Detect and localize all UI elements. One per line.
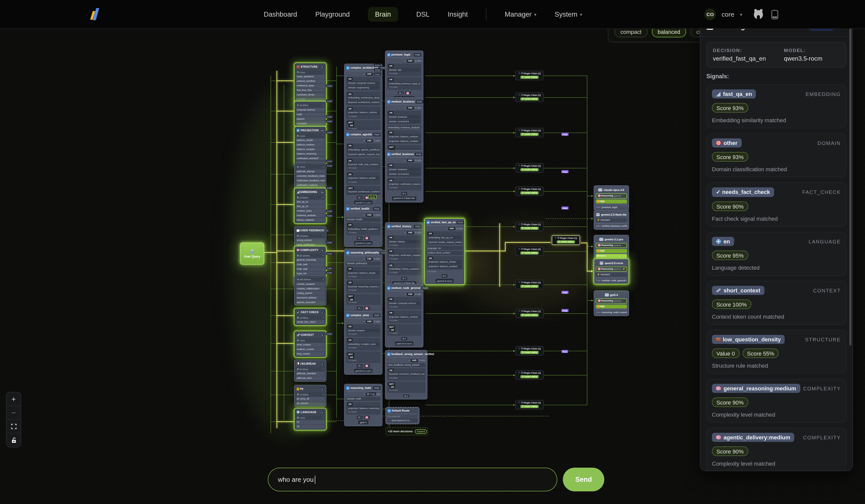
rules-more: +5 more (347, 166, 379, 170)
nav-item-dashboard[interactable]: Dashboard (264, 11, 297, 18)
plugin-chain-node[interactable]: ▼Plugin Chain (1)↻router replay (515, 370, 544, 380)
route-node-verified-fast-qa-en[interactable]: ⇄verified_fast_qa_enP176▾AND6 rulesORemb… (424, 218, 465, 285)
category-node-pii[interactable]: PII210-50ms▾pii_deny_allpii_relaxed (294, 385, 326, 407)
plugin-chain-node[interactable]: ▼Plugin Chain (1)↻router replay (515, 71, 544, 80)
route-node-complex-stem[interactable]: ⇄complex_stemP235▾AND3 rulesORdomain: ph… (344, 311, 382, 375)
zoom-in-button[interactable]: + (7, 392, 21, 406)
category-node-embedding[interactable]: EMBEDDING1610-50ms▾fast_qa_enfast_qa_zhc… (294, 188, 326, 224)
expand-button[interactable]: Expand (415, 429, 427, 434)
robot-icon (600, 261, 603, 265)
timing-row[interactable]: <1ms▾ (296, 70, 325, 74)
timing-row[interactable]: <1ms▾ (296, 134, 325, 138)
timing-label: 200-500ms (299, 278, 311, 281)
route-node-verified-history[interactable]: ⇄verified_historyP211▾AND3 rulesORdomain… (385, 222, 424, 287)
category-node-context[interactable]: CONTEXT3<1ms▾short_contextmedium_context… (294, 331, 326, 358)
plugin-chain-node[interactable]: ▼Plugin Chain (1)↻router replay (552, 235, 580, 245)
route-node-medium-code-general[interactable]: ⇄medium_code_generalP220▾AND3 rulesORdom… (385, 284, 424, 348)
category-node[interactable]: 10-50ms▾computer sciencemathphysicschemi… (294, 101, 326, 127)
timing-row[interactable]: <1ms▾ (296, 339, 325, 342)
timing-row[interactable]: 10-50ms▾ (296, 234, 325, 238)
nav-item-manager[interactable]: Manager▾ (505, 11, 537, 18)
plugin-chain-node[interactable]: ▼Plugin Chain (1)↻router replay (515, 280, 544, 289)
timing-row[interactable]: 10-50ms▾ (296, 196, 325, 199)
plugin-chain-node[interactable]: ▼Plugin Chain (1)↻router replay (515, 163, 544, 173)
route-node-reasoning-philosophy[interactable]: ⇄reasoning_philosophyP245▾AND4 rulesdoma… (344, 248, 382, 317)
timing-label: 10-50ms (299, 104, 309, 107)
avatar[interactable]: CO (704, 9, 716, 20)
edge-label: P235 (326, 271, 333, 274)
plugin-chain-node[interactable]: ▼Plugin Chain (1)↻router replay (515, 222, 544, 231)
route-node-reasoning-math[interactable]: ⇄reasoning_mathP250▾AND2 rulesdomain: ma… (344, 384, 382, 426)
category-item: pii_deny_all (296, 397, 325, 401)
timing-row[interactable]: <1ms▾ (296, 165, 325, 169)
default-route-node[interactable]: ↻Default Route FALLBACK → qwen/qwen3.5-r… (385, 407, 419, 424)
category-title: LANGUAGE (301, 411, 316, 414)
route-node-feedback-wrong-answer-verified[interactable]: ⇄feedback_wrong_answer_verified▾AND3 rul… (385, 350, 427, 400)
category-node-jailbreak[interactable]: JAILBREAK210-50ms▾jailbreak_standardjail… (294, 360, 326, 382)
panel-scrollbar[interactable] (849, 22, 851, 345)
timing-row[interactable]: <1ms▾ (296, 416, 325, 420)
category-node-projection[interactable]: ⇄PROJECTION10<1ms▾balance_simplebalance_… (294, 126, 326, 166)
group-operator: OR (347, 78, 353, 81)
group-operator: OR (388, 369, 394, 372)
plugin-chain-node[interactable]: ▼Plugin Chain (1)↻router replay (515, 186, 544, 196)
priority-badge: P260 (414, 53, 422, 56)
nav-item-insight[interactable]: Insight (448, 11, 468, 18)
category-node[interactable]: 200-500ms▾concise_answerscreative_collab… (294, 275, 326, 306)
plugin-chain-node[interactable]: ▼Plugin Chain (1)↻router replay (515, 400, 544, 410)
timing-row[interactable]: 10-50ms▾ (296, 104, 325, 107)
nav-item-dsl[interactable]: DSL (416, 11, 430, 18)
category-node-language[interactable]: LANGUAGE2<1ms▾enzh (294, 408, 326, 430)
chevron-down-icon: ▾ (405, 232, 405, 234)
plugin-chain-node[interactable]: ▼Plugin Chain (1)↻router replay (515, 128, 544, 137)
timing-row[interactable]: 50-100ms▾ (296, 254, 325, 258)
timing-row[interactable]: 10-50ms▾ (296, 367, 325, 371)
route-node-complex-agentic[interactable]: ⇄complex_agenticP243▾AND4 rulesORembeddi… (344, 130, 382, 207)
plugin-chain-node[interactable]: ▼Plugin Chain (1)↻router replay (515, 92, 544, 102)
brain-icon (366, 365, 369, 367)
timing-row[interactable]: 200-500ms▾ (296, 278, 325, 282)
model-node-qwen3-5-rocm[interactable]: qwen3.5-rocmReasoning(qwen3)⚡⚡ Standardf… (594, 259, 629, 284)
fit-view-button[interactable] (7, 420, 21, 433)
model-node-gpt5-4[interactable]: gpt5.4Reasoning(qwen3)Highfrom: reasonin… (594, 290, 629, 316)
plugin-chain-label: Plugin Chain (1) (523, 165, 541, 167)
route-node-premium-legal[interactable]: ⇄premium_legalP260▾AND2 rulesORdomain: l… (385, 50, 424, 102)
route-node-verified-business[interactable]: ⇄verified_businessP216▾AND3 rulesORdomai… (385, 150, 424, 202)
signal-description: Embedding similarity matched (712, 117, 841, 123)
zoom-out-button[interactable]: − (7, 406, 21, 420)
account-name[interactable]: core (722, 11, 734, 18)
lock-button[interactable] (7, 433, 21, 447)
rules-count: 3 rules (415, 159, 422, 162)
timing-row[interactable]: 10-50ms▾ (296, 316, 325, 320)
model-node-claude-opus-4-6[interactable]: claude-opus-4.6Reasoning(qwen3)Highfrom:… (594, 185, 629, 211)
group-operator: OR (347, 144, 353, 148)
plugin-chain-node[interactable]: ▼Plugin Chain (1)↻router replay (515, 346, 544, 355)
category-node-user-feedback[interactable]: USER FEEDBACK210-50ms▾wrong_answerneed_c… (294, 226, 326, 248)
category-node-structure[interactable]: STRUCTURE8<1ms▾many_questionsordered_wor… (294, 63, 326, 103)
fallback-target: → qwen/qwen3.5-ro... (388, 419, 417, 422)
chevron-down-icon[interactable]: ▾ (740, 12, 742, 17)
pill-sublabel: (qwen3) (614, 195, 621, 197)
device-icon[interactable] (772, 10, 778, 19)
plugin-chain-node[interactable]: ▼Plugin Chain (1)↻router replay (515, 308, 544, 318)
send-button[interactable]: Send (563, 468, 604, 491)
category-item: agentic_execution (296, 300, 325, 304)
github-icon[interactable] (754, 10, 763, 19)
timing-row[interactable]: 10-50ms▾ (296, 392, 325, 396)
nav-item-playground[interactable]: Playground (315, 11, 350, 18)
category-item: code_task (296, 262, 325, 266)
route-node-verified-health[interactable]: ⇄verified_healthP214▾AND2 rulesdomain: h… (344, 204, 382, 247)
rule-row: domain: health (346, 218, 380, 221)
category-count: 1 (321, 310, 324, 314)
category-node-fact-check[interactable]: ✓FACT CHECK110-50ms▾needs_fact_check (294, 308, 326, 326)
model-node-gemini-2-5-flash-lite[interactable]: gemini-2.5-flash-lite⚡ Standardfrom: ver… (594, 210, 629, 230)
query-input[interactable]: who are you (268, 468, 557, 491)
nav-item-brain[interactable]: Brain (368, 7, 398, 22)
nav-item-system[interactable]: System▾ (554, 11, 582, 18)
plugin-chain-node[interactable]: ▼Plugin Chain (1)↻router replay (515, 246, 544, 256)
rule-group: ORprojection: balance_simple+3 more (346, 172, 380, 185)
model-pill-reasoning: Reasoning(qwen3) (596, 193, 627, 198)
brand-logo-icon[interactable] (90, 8, 100, 21)
rules-count: 4 rules (415, 107, 422, 109)
user-query-node[interactable]: User Query (240, 243, 264, 265)
